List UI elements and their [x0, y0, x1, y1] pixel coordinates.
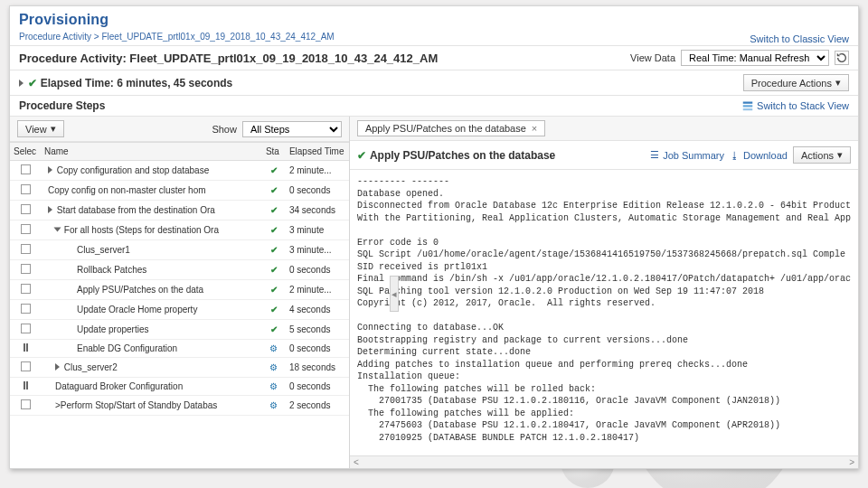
table-row[interactable]: For all hosts (Steps for destination Ora… [10, 221, 349, 240]
row-checkbox[interactable] [21, 304, 31, 314]
detail-actions-button[interactable]: Actions ▾ [793, 146, 851, 164]
job-summary-link[interactable]: ☰ Job Summary [650, 149, 724, 161]
row-checkbox[interactable] [21, 204, 31, 214]
svg-rect-2 [743, 108, 753, 110]
download-icon: ⭳ [730, 150, 740, 161]
list-icon: ☰ [650, 149, 659, 161]
table-row[interactable]: Enable DG Configuration⚙0 seconds [10, 340, 349, 358]
show-label: Show [212, 124, 237, 135]
refresh-button[interactable] [835, 51, 849, 65]
procedure-actions-button[interactable]: Procedure Actions ▾ [743, 74, 849, 91]
breadcrumb: Procedure Activity > Fleet_UPDATE_prtl01… [19, 32, 849, 42]
row-checkbox[interactable] [21, 164, 31, 174]
table-row[interactable]: Start database from the destination Ora✔… [10, 201, 349, 221]
viewdata-label: View Data [630, 52, 675, 63]
row-checkbox[interactable] [21, 224, 31, 234]
row-checkbox[interactable] [21, 324, 31, 333]
table-row[interactable]: Apply PSU/Patches on the data✔2 minute..… [10, 280, 349, 300]
check-icon: ✔ [357, 149, 366, 162]
row-checkbox[interactable] [21, 399, 31, 409]
svg-rect-0 [743, 102, 753, 104]
table-row[interactable]: >Perform Stop/Start of Standby Databas⚙2… [10, 396, 349, 416]
table-row[interactable]: Dataguard Broker Configuration⚙0 seconds [10, 378, 349, 396]
activity-label: Procedure Activity: [19, 52, 127, 65]
scrollbar-horiz[interactable]: <> [350, 455, 858, 468]
switch-classic-link[interactable]: Switch to Classic View [750, 33, 849, 44]
table-row[interactable]: Update properties✔5 seconds [10, 320, 349, 340]
switch-stack-view-link[interactable]: Switch to Stack View [742, 100, 849, 111]
procedure-steps-heading: Procedure Steps [19, 99, 105, 112]
col-select: Selec [10, 143, 41, 161]
stack-icon [742, 100, 753, 111]
table-row[interactable]: Copy configuration and stop database✔2 m… [10, 161, 349, 181]
table-row[interactable]: Copy config on non-master cluster hom✔0 … [10, 181, 349, 201]
col-status: Sta [262, 143, 286, 161]
view-menu[interactable]: View ▾ [17, 120, 64, 137]
breadcrumb-sep: > [94, 32, 99, 42]
row-checkbox[interactable] [21, 244, 31, 254]
log-output: --------- ------- Database opened. Disco… [350, 170, 858, 468]
activity-title: Procedure Activity: Fleet_UPDATE_prtl01x… [19, 52, 438, 65]
viewdata-select[interactable]: Real Time: Manual Refresh [681, 50, 829, 66]
steps-table: Selec Name Sta Elapsed Time Copy configu… [10, 142, 349, 416]
detail-title: Apply PSU/Patches on the database [370, 149, 555, 162]
activity-name: Fleet_UPDATE_prtl01x_09_19_2018_10_43_24… [129, 52, 438, 65]
table-row[interactable]: Clus_server1✔3 minute... [10, 240, 349, 260]
col-elapsed: Elapsed Time [286, 143, 349, 161]
page-title: Provisioning [19, 12, 849, 28]
row-checkbox[interactable] [21, 284, 31, 294]
table-row[interactable]: Clus_server2⚙18 seconds [10, 358, 349, 378]
breadcrumb-proc-activity[interactable]: Procedure Activity [19, 32, 91, 42]
col-name: Name [41, 143, 262, 161]
tab-close-icon[interactable]: × [532, 123, 537, 134]
show-select[interactable]: All Steps [242, 121, 342, 137]
chevron-down-icon: ▾ [835, 77, 841, 89]
tab-label: Apply PSU/Patches on the database [365, 123, 526, 134]
download-link[interactable]: ⭳ Download [730, 150, 788, 161]
table-row[interactable]: Update Oracle Home property✔4 seconds [10, 300, 349, 320]
row-checkbox[interactable] [21, 361, 31, 371]
elapsed-time: ✔ Elapsed Time: 6 minutes, 45 seconds [19, 77, 232, 89]
svg-rect-1 [743, 105, 753, 107]
pane-divider[interactable]: ◂ [390, 276, 399, 312]
table-row[interactable]: Rollback Patches✔0 seconds [10, 260, 349, 280]
row-checkbox[interactable] [21, 264, 31, 274]
row-checkbox[interactable] [21, 184, 31, 194]
breadcrumb-current: Fleet_UPDATE_prtl01x_09_19_2018_10_43_24… [101, 32, 334, 42]
tab-apply-psu[interactable]: Apply PSU/Patches on the database × [357, 120, 545, 136]
